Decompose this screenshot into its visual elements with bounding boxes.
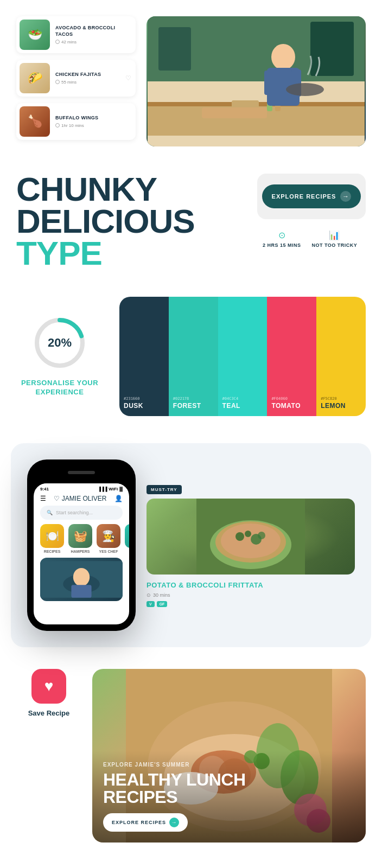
- gluten-free-tag: GF: [157, 601, 168, 607]
- arrow-icon: →: [340, 191, 351, 202]
- swatch-code: #231660: [124, 397, 164, 401]
- recipe-card-title: POTATO & BROCCOLI FRITTATA: [147, 581, 355, 589]
- menu-icon[interactable]: ☰: [40, 495, 46, 502]
- headline-line1: CHUNKY: [16, 174, 246, 206]
- category-thumb: 🧺: [68, 524, 92, 548]
- phone-nav: ☰ ♡ JAMIE OLIVER 👤: [34, 492, 129, 506]
- recipe-details: BUFFALO WINGS 1hr 10 mins: [55, 115, 132, 128]
- svg-rect-5: [310, 22, 354, 76]
- banner-explore-button[interactable]: EXPLORE RECIPES →: [103, 813, 188, 832]
- recipe-card: MUST-TRY POTATO & BROCCOLI FRITTATA ⊙ 30…: [147, 483, 355, 607]
- banner-explore-label: EXPLORE RECIPES: [112, 820, 166, 825]
- swatch-code: #022178: [173, 397, 214, 401]
- palette-section: 20% PERSONALISE YOUREXPERIENCE #231660 D…: [0, 280, 382, 432]
- bottom-section: ♥ Save Recipe EXPLORE JAMIE': [0, 658, 382, 859]
- recipe-card-time: ⊙ 30 mins: [147, 592, 355, 598]
- svg-point-25: [221, 524, 281, 558]
- time-value: 30 mins: [153, 592, 170, 598]
- typography-section: CHUNKY DELICIOUS TYPE EXPLORE RECIPES → …: [0, 157, 382, 280]
- recipe-card-image: [147, 499, 355, 575]
- bar-chart-icon: 📊: [329, 230, 340, 240]
- svg-rect-21: [71, 585, 91, 598]
- recipe-name: CHICKEN FAJITAS: [55, 72, 118, 78]
- explore-recipes-button[interactable]: EXPLORE RECIPES →: [262, 184, 361, 208]
- hero-svg: [147, 16, 366, 146]
- swatch-name: TEAL: [222, 402, 263, 410]
- swatch-teal[interactable]: #04C3C4 TEAL: [218, 297, 268, 416]
- recipe-list: 🥗 AVOCADO & BROCCOLI TACOS 42 mins 🌮 CHI…: [16, 16, 136, 140]
- clock-icon: [55, 40, 60, 44]
- recipe-thumbnail: 🍗: [20, 106, 50, 137]
- explore-btn-label: EXPLORE RECIPES: [272, 193, 336, 200]
- search-icon: 🔍: [47, 510, 53, 515]
- color-swatches: #231660 DUSK #022178 FOREST #04C3C4 TEAL…: [119, 297, 366, 416]
- swatch-forest[interactable]: #022178 FOREST: [169, 297, 218, 416]
- banner-overlay: EXPLORE JAMIE'S SUMMER HEALTHY LUNCHRECI…: [92, 751, 366, 843]
- headline-line2: DELICIOUS: [16, 206, 246, 238]
- clock-icon-small: ⊙: [147, 592, 151, 598]
- category-recipes[interactable]: 🍽️ RECIPES: [40, 524, 64, 553]
- swatch-name: LEMON: [321, 402, 361, 410]
- status-icons: ▐▐▐ WiFi ▓: [98, 487, 123, 492]
- battery-icon: ▓: [119, 487, 123, 492]
- phone-search-bar[interactable]: 🔍 Start searching...: [40, 506, 123, 520]
- explore-panel: EXPLORE RECIPES → ⊙ 2 HRS 15 MINS 📊 NOT …: [257, 174, 366, 248]
- svg-rect-4: [158, 27, 191, 71]
- difficulty-stat: 📊 NOT TOO TRICKY: [312, 230, 358, 248]
- user-icon[interactable]: 👤: [114, 495, 123, 502]
- brand-name: JAMIE OLIVER: [62, 495, 107, 502]
- frittata-image: [147, 499, 355, 575]
- category-thumb: 📚: [125, 524, 129, 548]
- swatch-name: TOMATO: [271, 402, 312, 410]
- summer-banner: EXPLORE JAMIE'S SUMMER HEALTHY LUNCHRECI…: [92, 669, 366, 843]
- signal-icon: ▐▐▐: [98, 487, 107, 492]
- recipe-item[interactable]: 🌮 CHICKEN FAJITAS 55 mins ♡: [16, 60, 136, 97]
- difficulty-label: NOT TOO TRICKY: [312, 242, 358, 248]
- heart-icon[interactable]: ♡: [124, 74, 132, 82]
- heart-brand: ♡ JAMIE OLIVER: [54, 495, 106, 502]
- svg-point-20: [73, 568, 90, 586]
- hero-image: [147, 16, 366, 146]
- recipe-stats: ⊙ 2 HRS 15 MINS 📊 NOT TOO TRICKY: [257, 230, 366, 248]
- category-yes-chef[interactable]: 👨‍🍳 YES CHEF: [97, 524, 120, 553]
- save-recipe-label: Save Recipe: [28, 709, 70, 717]
- explore-button-card: EXPLORE RECIPES →: [257, 174, 366, 219]
- swatch-name: FOREST: [173, 402, 214, 410]
- swatch-code: #F5C820: [321, 397, 361, 401]
- svg-point-26: [235, 532, 244, 541]
- app-section: 9:41 ▐▐▐ WiFi ▓ ☰ ♡ JAMIE OLIVER 👤 🔍 Sta…: [11, 443, 371, 647]
- search-placeholder: Start searching...: [56, 510, 93, 515]
- banner-arrow-icon: →: [169, 818, 179, 827]
- time-stat: ⊙ 2 HRS 15 MINS: [263, 230, 301, 248]
- recipe-time: 55 mins: [55, 80, 118, 85]
- recipe-name: BUFFALO WINGS: [55, 115, 132, 122]
- recipe-name: AVOCADO & BROCCOLI TACOS: [55, 25, 132, 37]
- headline-line3: TYPE: [16, 238, 246, 270]
- category-hampers[interactable]: 🧺 HAMPERS: [68, 524, 92, 553]
- hero-section: 🥗 AVOCADO & BROCCOLI TACOS 42 mins 🌮 CHI…: [0, 0, 382, 157]
- category-thumb: 🍽️: [40, 524, 64, 548]
- recipe-item[interactable]: 🥗 AVOCADO & BROCCOLI TACOS 42 mins: [16, 16, 136, 53]
- recipe-tags: V GF: [147, 601, 355, 607]
- swatch-name: DUSK: [124, 402, 164, 410]
- phone-screen: 9:41 ▐▐▐ WiFi ▓ ☰ ♡ JAMIE OLIVER 👤 🔍 Sta…: [34, 483, 129, 624]
- category-label: RECIPES: [44, 550, 61, 553]
- swatch-dusk[interactable]: #231660 DUSK: [119, 297, 169, 416]
- phone-categories: 🍽️ RECIPES 🧺 HAMPERS 👨‍🍳 YES CHEF 📚 BOOK: [34, 524, 129, 558]
- recipe-thumbnail: 🥗: [20, 20, 50, 50]
- banner-subtitle: EXPLORE JAMIE'S SUMMER: [103, 762, 355, 768]
- progress-area: 20% PERSONALISE YOUREXPERIENCE: [16, 316, 103, 397]
- must-try-badge: MUST-TRY: [147, 485, 182, 494]
- recipe-details: AVOCADO & BROCCOLI TACOS 42 mins: [55, 25, 132, 44]
- swatch-lemon[interactable]: #F5C820 LEMON: [316, 297, 366, 416]
- swatch-code: #F04060: [271, 397, 312, 401]
- category-book[interactable]: 📚 BOOK: [125, 524, 129, 553]
- recipe-item[interactable]: 🍗 BUFFALO WINGS 1hr 10 mins: [16, 103, 136, 140]
- swatch-tomato[interactable]: #F04060 TOMATO: [267, 297, 316, 416]
- svg-rect-12: [264, 71, 275, 95]
- svg-point-28: [245, 531, 251, 537]
- recipe-thumbnail: 🌮: [20, 63, 50, 93]
- phone-notch: [60, 466, 103, 479]
- save-recipe-button[interactable]: ♥: [31, 669, 66, 704]
- progress-percentage: 20%: [48, 336, 72, 350]
